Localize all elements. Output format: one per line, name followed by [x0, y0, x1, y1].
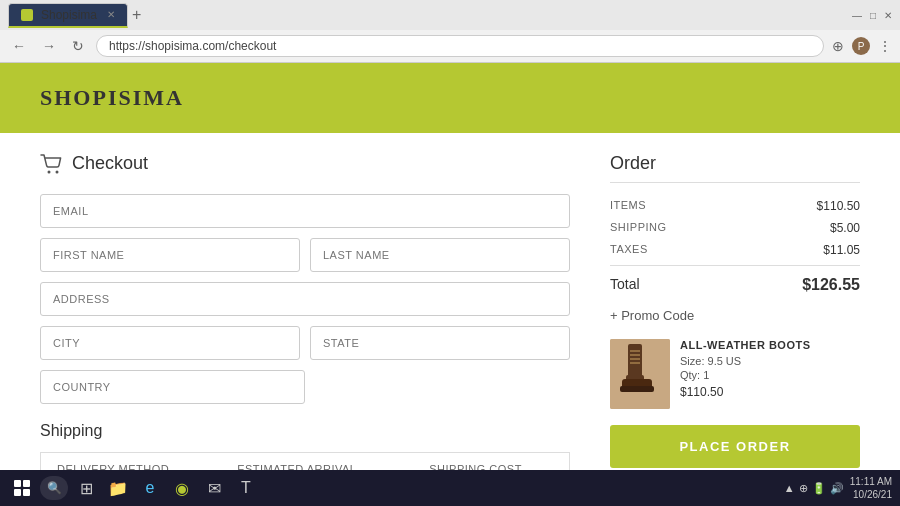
- logo: SHOPISIMA: [40, 85, 184, 111]
- systray-battery-icon[interactable]: 🔋: [812, 482, 826, 495]
- maximize-button[interactable]: □: [870, 10, 876, 21]
- url-bar[interactable]: [96, 35, 824, 57]
- date-display: 10/26/21: [850, 488, 892, 501]
- page-header: SHOPISIMA: [0, 63, 900, 133]
- name-row: [40, 238, 570, 272]
- country-field[interactable]: [40, 370, 305, 404]
- items-value: $110.50: [817, 199, 860, 213]
- back-button[interactable]: ←: [8, 36, 30, 56]
- systray-volume-icon[interactable]: 🔊: [830, 482, 844, 495]
- email-field[interactable]: [40, 194, 570, 228]
- taxes-value: $11.05: [823, 243, 860, 257]
- product-size: Size: 9.5 US: [680, 355, 860, 367]
- svg-rect-3: [628, 344, 642, 379]
- systray-network-icon[interactable]: ⊕: [799, 482, 808, 495]
- product-card: ALL-WEATHER BOOTS Size: 9.5 US Qty: 1 $1…: [610, 339, 860, 409]
- browser-address-bar: ← → ↻ ⊕ P ⋮: [0, 30, 900, 62]
- close-button[interactable]: ✕: [884, 10, 892, 21]
- taxes-label: TAXES: [610, 243, 648, 257]
- order-title: Order: [610, 153, 860, 183]
- address-row: [40, 282, 570, 316]
- tab-favicon: [21, 9, 33, 21]
- systray-icons: ▲ ⊕ 🔋 🔊: [784, 482, 844, 495]
- taskbar-view-icon[interactable]: ⊞: [72, 474, 100, 502]
- order-shipping-line: SHIPPING $5.00: [610, 221, 860, 235]
- country-row: [40, 370, 570, 404]
- profile-icon[interactable]: P: [852, 37, 870, 55]
- checkout-title: Checkout: [40, 153, 570, 174]
- last-name-field[interactable]: [310, 238, 570, 272]
- taskbar-mail-icon[interactable]: ✉: [200, 474, 228, 502]
- taskbar-folder-icon[interactable]: 📁: [104, 474, 132, 502]
- city-field[interactable]: [40, 326, 300, 360]
- svg-rect-6: [620, 386, 654, 392]
- forward-button[interactable]: →: [38, 36, 60, 56]
- cart-icon: [40, 154, 62, 174]
- tab-title: Shopisima: [41, 8, 97, 22]
- product-image: [610, 339, 670, 409]
- time-display: 11:11 AM: [850, 475, 892, 488]
- menu-icon[interactable]: ⋮: [878, 38, 892, 54]
- taskbar-chrome-icon[interactable]: ◉: [168, 474, 196, 502]
- window-controls: — □ ✕: [852, 10, 892, 21]
- taskbar-search-button[interactable]: 🔍: [40, 476, 68, 500]
- extensions-icon[interactable]: ⊕: [832, 38, 844, 54]
- taskbar-teams-icon[interactable]: T: [232, 474, 260, 502]
- order-taxes-line: TAXES $11.05: [610, 243, 860, 257]
- city-state-row: [40, 326, 570, 360]
- total-label: Total: [610, 276, 640, 294]
- refresh-button[interactable]: ↻: [68, 36, 88, 56]
- taskbar-pinned-icons: ⊞ 📁 e ◉ ✉ T: [72, 474, 260, 502]
- first-name-field[interactable]: [40, 238, 300, 272]
- page-body: Checkout Shipping DELIVE: [0, 133, 900, 506]
- product-info: ALL-WEATHER BOOTS Size: 9.5 US Qty: 1 $1…: [680, 339, 860, 409]
- shipping-section-title: Shipping: [40, 422, 570, 440]
- shipping-value: $5.00: [830, 221, 860, 235]
- address-field[interactable]: [40, 282, 570, 316]
- total-value: $126.55: [802, 276, 860, 294]
- taskbar-edge-icon[interactable]: e: [136, 474, 164, 502]
- minimize-button[interactable]: —: [852, 10, 862, 21]
- product-image-svg: [610, 339, 670, 409]
- taskbar: 🔍 ⊞ 📁 e ◉ ✉ T ▲ ⊕ 🔋 🔊 11:11 AM 10/26/21: [0, 470, 900, 506]
- browser-icons: ⊕ P ⋮: [832, 37, 892, 55]
- clock[interactable]: 11:11 AM 10/26/21: [850, 475, 892, 501]
- systray-up-icon[interactable]: ▲: [784, 482, 795, 494]
- shipping-label: SHIPPING: [610, 221, 667, 235]
- items-label: ITEMS: [610, 199, 646, 213]
- state-field[interactable]: [310, 326, 570, 360]
- order-total-line: Total $126.55: [610, 276, 860, 294]
- browser-tab[interactable]: Shopisima ✕: [8, 3, 128, 28]
- browser-chrome: Shopisima ✕ + — □ ✕ ← → ↻ ⊕ P ⋮: [0, 0, 900, 63]
- browser-title-bar: Shopisima ✕ + — □ ✕: [0, 0, 900, 30]
- product-qty: Qty: 1: [680, 369, 860, 381]
- promo-code-link[interactable]: + Promo Code: [610, 308, 860, 323]
- email-row: [40, 194, 570, 228]
- svg-point-0: [48, 170, 51, 173]
- new-tab-button[interactable]: +: [132, 6, 141, 24]
- order-items-line: ITEMS $110.50: [610, 199, 860, 213]
- taskbar-system-tray: ▲ ⊕ 🔋 🔊 11:11 AM 10/26/21: [784, 475, 892, 501]
- product-name: ALL-WEATHER BOOTS: [680, 339, 860, 351]
- tab-close-button[interactable]: ✕: [107, 9, 115, 20]
- order-summary: Order ITEMS $110.50 SHIPPING $5.00 TAXES…: [600, 153, 860, 506]
- start-button[interactable]: [8, 474, 36, 502]
- product-price: $110.50: [680, 385, 860, 399]
- place-order-button[interactable]: PLACE ORDER: [610, 425, 860, 468]
- checkout-form: Checkout Shipping DELIVE: [40, 153, 600, 506]
- order-divider: [610, 265, 860, 266]
- windows-logo-icon: [14, 480, 30, 496]
- svg-point-1: [56, 170, 59, 173]
